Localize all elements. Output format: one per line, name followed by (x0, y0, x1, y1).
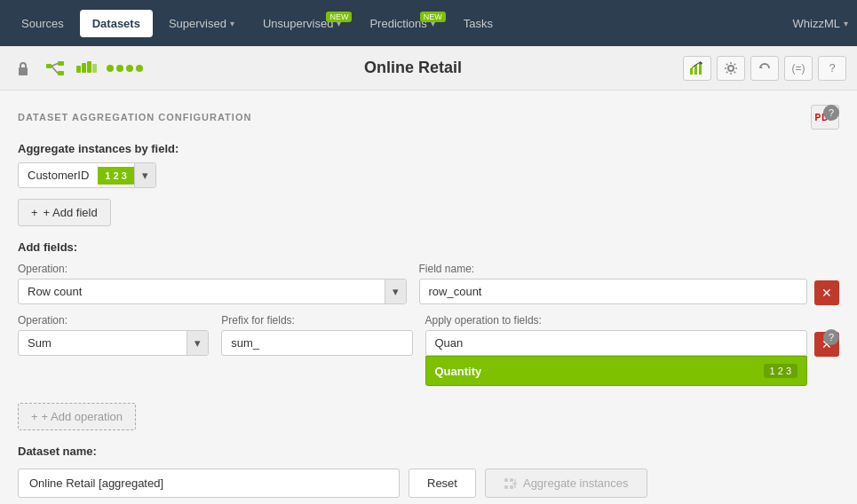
op1-remove-button[interactable]: ✕ (814, 280, 839, 305)
dot-2 (116, 65, 123, 72)
svg-rect-17 (504, 485, 508, 489)
dataset-name-input[interactable] (18, 469, 400, 498)
svg-rect-7 (82, 63, 86, 73)
reset-label: Reset (427, 476, 457, 490)
nav-whizzml-label: WhizzML (793, 17, 840, 30)
refresh-icon[interactable] (750, 56, 779, 81)
op2-prefix-label: Prefix for fields: (221, 314, 412, 327)
nav-datasets[interactable]: Datasets (80, 10, 153, 37)
bottom-actions: Reset Aggregate instances (18, 469, 839, 498)
settings-icon[interactable] (717, 56, 745, 81)
nav-whizzml[interactable]: WhizzML ▾ (793, 17, 848, 30)
aggregate-button[interactable]: Aggregate instances (485, 469, 647, 498)
op1-fieldname-input[interactable] (419, 279, 808, 304)
svg-rect-10 (690, 68, 693, 75)
dataset-name-label: Dataset name: (18, 445, 839, 458)
add-operation-button[interactable]: + + Add operation (18, 403, 136, 430)
svg-rect-6 (76, 66, 81, 73)
svg-rect-11 (694, 65, 697, 75)
nav-unsupervised[interactable]: NEW Unsupervised ▾ (250, 10, 354, 37)
svg-rect-16 (510, 478, 513, 482)
top-navigation: Sources Datasets Supervised ▾ NEW Unsupe… (0, 0, 857, 46)
nav-supervised-arrow: ▾ (230, 19, 234, 28)
nav-sources-label: Sources (21, 17, 64, 30)
tree-view-icon[interactable] (43, 56, 67, 81)
add-op-label: + Add operation (42, 410, 123, 423)
svg-point-14 (728, 66, 734, 71)
add-field-label: + Add field (44, 206, 98, 219)
op2-apply-input[interactable] (425, 330, 808, 356)
help-circle-icon[interactable]: ? (818, 56, 846, 81)
op2-select[interactable]: Sum ▾ (18, 330, 209, 356)
operation-row-2: Operation: Sum ▾ Prefix for fields: Appl… (18, 314, 839, 357)
nav-predictions-badge: NEW (420, 12, 446, 22)
help-icon-fields[interactable]: ? (823, 329, 839, 345)
nav-supervised-label: Supervised (169, 17, 226, 30)
lock-icon[interactable] (11, 56, 36, 81)
op1-fieldname-label: Field name: (419, 263, 808, 275)
dropdown-result-badge: 1 2 3 (764, 364, 797, 378)
dot-4 (136, 65, 143, 72)
add-field-button[interactable]: + + Add field (18, 199, 111, 226)
op1-select-arrow[interactable]: ▾ (385, 280, 406, 303)
op2-apply-col: Apply operation to fields: Quantity 1 2 … (425, 314, 808, 356)
aggregate-field-row: CustomerID 1 2 3 ▾ (18, 162, 839, 188)
dot-1 (107, 65, 114, 72)
svg-rect-18 (510, 485, 513, 489)
field-select-box[interactable]: CustomerID 1 2 3 ▾ (18, 162, 156, 188)
op2-dropdown-result[interactable]: Quantity 1 2 3 (425, 356, 808, 386)
nav-tasks[interactable]: Tasks (451, 10, 505, 37)
operation-row-1: Operation: Row count ▾ Field name: ✕ (18, 263, 839, 305)
op2-prefix-col: Prefix for fields: (221, 314, 412, 356)
add-op-icon: + (31, 410, 38, 423)
nav-whizzml-arrow: ▾ (844, 19, 848, 28)
op2-operation-col: Operation: Sum ▾ (18, 314, 209, 356)
dropdown-result-text: Quantity (435, 365, 482, 378)
nav-sources[interactable]: Sources (9, 10, 76, 37)
op1-select[interactable]: Row count ▾ (18, 279, 407, 304)
page-title: Online Retail (150, 59, 676, 77)
secondary-toolbar: Online Retail (=) (0, 46, 857, 91)
svg-rect-3 (58, 71, 64, 75)
svg-line-5 (52, 66, 58, 73)
op1-operation-col: Operation: Row count ▾ (18, 263, 407, 304)
section-title-text: DATASET AGGREGATION CONFIGURATION (18, 112, 251, 122)
toolbar-right-actions: (=) ? (683, 56, 846, 81)
section-title: DATASET AGGREGATION CONFIGURATION PDF (18, 105, 839, 130)
field-select-badge: 1 2 3 (98, 167, 133, 185)
apply-field-container: Quantity 1 2 3 (425, 330, 808, 356)
svg-rect-8 (87, 61, 91, 73)
add-fields-label: Add fields: (18, 240, 839, 254)
nav-tasks-label: Tasks (464, 17, 493, 30)
op2-select-arrow[interactable]: ▾ (186, 331, 208, 355)
help-icon-top[interactable]: ? (823, 105, 839, 121)
nav-predictions[interactable]: NEW Predictions ▾ (357, 10, 447, 37)
op2-op-label: Operation: (18, 314, 209, 327)
data-icon[interactable] (75, 56, 99, 81)
reset-button[interactable]: Reset (409, 469, 476, 498)
svg-line-4 (52, 63, 58, 66)
nav-supervised[interactable]: Supervised ▾ (156, 10, 247, 37)
field-select-text: CustomerID (19, 163, 98, 187)
op1-op-label: Operation: (18, 263, 407, 275)
aggregate-by-label: Aggregate instances by field: (18, 142, 839, 155)
field-select-dropdown[interactable]: ▾ (134, 163, 155, 187)
dataset-name-section: Dataset name: Reset Aggregate instanc (18, 445, 839, 498)
aggregate-icon (504, 477, 518, 490)
nav-datasets-label: Datasets (92, 17, 140, 30)
chart-icon[interactable] (683, 56, 711, 81)
op1-fieldname-col: Field name: (419, 263, 808, 304)
nav-predictions-label: Predictions (369, 17, 426, 30)
equals-icon[interactable]: (=) (784, 56, 813, 81)
nav-unsupervised-label: Unsupervised (263, 17, 334, 30)
svg-rect-1 (46, 64, 52, 68)
op2-prefix-input[interactable] (221, 330, 412, 356)
add-field-icon: + (31, 206, 38, 219)
op1-select-text: Row count (19, 280, 385, 303)
svg-rect-15 (504, 478, 508, 482)
main-content: DATASET AGGREGATION CONFIGURATION PDF ? … (0, 91, 857, 504)
dot-3 (126, 65, 133, 72)
status-dots (107, 65, 143, 72)
aggregate-label: Aggregate instances (523, 476, 629, 490)
op2-select-text: Sum (19, 331, 186, 355)
